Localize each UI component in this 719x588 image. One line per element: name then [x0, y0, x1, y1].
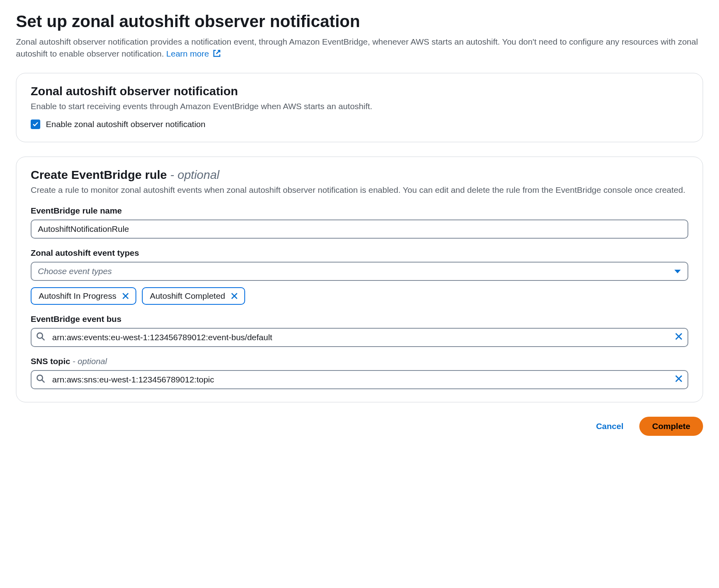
panel2-title-text: Create EventBridge rule [31, 168, 167, 181]
rule-name-input[interactable] [31, 220, 688, 239]
external-link-icon [213, 49, 221, 61]
enable-checkbox-row: Enable zonal autoshift observer notifica… [31, 120, 688, 129]
rule-name-label: EventBridge rule name [31, 206, 688, 216]
token-autoshift-completed: Autoshift Completed [142, 287, 245, 305]
event-types-select-wrap: Choose event types [31, 262, 688, 281]
svg-point-1 [37, 375, 43, 380]
sns-topic-input[interactable] [31, 370, 688, 389]
sns-topic-label-text: SNS topic [31, 357, 70, 366]
panel1-description: Enable to start receiving events through… [31, 100, 688, 112]
page-description-text: Zonal autoshift observer notification pr… [16, 37, 698, 58]
sns-topic-input-wrap [31, 370, 688, 389]
event-types-label: Zonal autoshift event types [31, 248, 688, 258]
event-type-tokens: Autoshift In Progress Autoshift Complete… [31, 287, 688, 305]
token-autoshift-in-progress: Autoshift In Progress [31, 287, 136, 305]
complete-button[interactable]: Complete [639, 417, 703, 436]
eventbridge-rule-panel: Create EventBridge rule - optional Creat… [16, 157, 703, 402]
sns-topic-field: SNS topic - optional [31, 357, 688, 389]
token-label: Autoshift In Progress [39, 291, 116, 301]
close-icon [675, 332, 683, 340]
enable-checkbox[interactable] [31, 120, 40, 129]
search-icon [36, 374, 45, 385]
event-bus-label: EventBridge event bus [31, 314, 688, 324]
page-title: Set up zonal autoshift observer notifica… [16, 12, 703, 31]
remove-token-button[interactable] [122, 292, 129, 300]
observer-notification-panel: Zonal autoshift observer notification En… [16, 73, 703, 142]
event-types-placeholder: Choose event types [38, 267, 112, 276]
close-icon [675, 374, 683, 382]
optional-label: - optional [167, 168, 220, 181]
rule-name-field: EventBridge rule name [31, 206, 688, 239]
page-description: Zonal autoshift observer notification pr… [16, 36, 703, 61]
sns-topic-label: SNS topic - optional [31, 357, 688, 366]
panel2-description: Create a rule to monitor zonal autoshift… [31, 184, 688, 196]
learn-more-text: Learn more [166, 49, 209, 58]
event-types-select[interactable]: Choose event types [31, 262, 688, 281]
enable-checkbox-label: Enable zonal autoshift observer notifica… [46, 120, 205, 129]
footer-actions: Cancel Complete [16, 417, 703, 436]
check-icon [32, 121, 39, 127]
clear-event-bus-button[interactable] [675, 332, 683, 342]
cancel-button[interactable]: Cancel [591, 417, 628, 435]
event-bus-input[interactable] [31, 328, 688, 347]
close-icon [231, 292, 238, 300]
token-label: Autoshift Completed [150, 291, 225, 301]
clear-sns-topic-button[interactable] [675, 374, 683, 384]
close-icon [122, 292, 129, 300]
learn-more-link[interactable]: Learn more [166, 49, 221, 58]
search-icon [36, 332, 45, 343]
panel2-title: Create EventBridge rule - optional [31, 168, 688, 182]
panel1-title: Zonal autoshift observer notification [31, 84, 688, 98]
event-bus-field: EventBridge event bus [31, 314, 688, 347]
event-types-field: Zonal autoshift event types Choose event… [31, 248, 688, 305]
svg-point-0 [37, 333, 43, 338]
optional-label: - optional [70, 357, 107, 366]
remove-token-button[interactable] [231, 292, 238, 300]
event-bus-input-wrap [31, 328, 688, 347]
